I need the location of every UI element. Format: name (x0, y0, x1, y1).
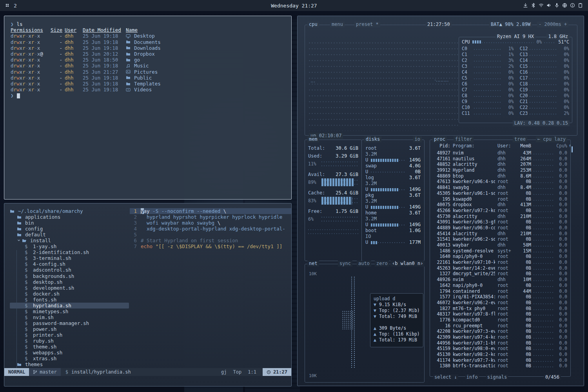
sort-direction-icon[interactable]: ↑ (568, 143, 571, 148)
proc-row[interactable]: 40013waybardhh58M0.0 (433, 242, 567, 248)
tree-item-2-identification.sh[interactable]: $2-identification.sh (10, 249, 130, 255)
tree-item-install[interactable]: install (10, 238, 130, 243)
net-sync-toggle[interactable]: sync (338, 261, 352, 267)
info-icon[interactable] (570, 3, 575, 8)
proc-row[interactable]: 1776kcompactd0root0B0.0 (433, 317, 567, 323)
proc-row[interactable]: 48852alacrittydhh207M0.0 (433, 162, 567, 167)
pid-header[interactable]: Pid: (433, 143, 450, 149)
tree-item-themes[interactable]: themes (10, 361, 130, 367)
proc-row[interactable]: 45130kworker/u98:2-kcroot0B0.0 (433, 352, 567, 358)
proc-row[interactable]: 1486systemd-resolvesyst+15M0.0 (433, 248, 567, 254)
sort-mode[interactable]: ← cpu lazy (536, 136, 567, 142)
workspace-indicator[interactable]: 2 (14, 3, 17, 9)
info-hint[interactable]: info (465, 374, 479, 380)
io-toggle[interactable]: io (413, 136, 422, 142)
net-interface[interactable]: ‹b wlan0 n› (390, 261, 425, 267)
tree-item-theme.sh[interactable]: $theme.sh (10, 344, 130, 350)
proc-header[interactable]: Pid: Program: User: MemB Cpu% (433, 143, 567, 149)
cpu-header[interactable]: Cpu% (556, 143, 567, 149)
filter-button[interactable]: filter (454, 136, 474, 142)
tree-item-3-terminal.sh[interactable]: $3-terminal.sh (10, 255, 130, 261)
proc-row[interactable]: 22161kworker/u97:10-kroot0B0.0 (433, 260, 567, 265)
proc-row[interactable]: 42208kworker/u97:3-evroot0B0.0 (433, 328, 567, 334)
proc-row[interactable]: 45305kworker/u96:1-sdroot0B0.0 (433, 191, 567, 196)
preset-button[interactable]: preset * (354, 22, 380, 27)
proc-row[interactable]: 43091kworker/u96:3-gfroot0B0.0 (433, 219, 567, 225)
proc-row[interactable]: 44956kworker/u97:1-btroot0B0.0 (433, 340, 567, 346)
tree-item-1-yay.sh[interactable]: $1-yay.sh (10, 243, 130, 249)
code-line[interactable]: 7echo "[[ -z \$DISPLAY && \$(tty) == /de… (130, 243, 291, 249)
tree-item-printer.sh[interactable]: $printer.sh (10, 332, 130, 338)
terminal-cursor[interactable] (17, 93, 20, 98)
disks-box-title[interactable]: disks (364, 136, 381, 142)
program-header[interactable]: Program: (453, 143, 495, 149)
tree-item-hyprlandia.sh[interactable]: $hyprlandia.sh (10, 303, 129, 309)
code-line[interactable]: 3 wofi waybar mako swaybg \ (130, 220, 291, 226)
tree-item-4-config.sh[interactable]: $4-config.sh (10, 261, 130, 267)
proc-row[interactable]: 41174kworker/u97:7-kvroot0B0.0 (433, 358, 567, 363)
microphone-icon[interactable] (554, 3, 560, 8)
proc-row[interactable]: 48317kworker/u97:8-flroot0B0.0 (433, 311, 567, 317)
proc-row[interactable]: 45414alacrittydhh210M0.0 (433, 231, 567, 237)
bluetooth-icon[interactable] (531, 3, 536, 8)
tree-item-adscontrol.sh[interactable]: $adscontrol.sh (10, 267, 130, 273)
proc-row[interactable]: 1827mt76-tx phy0root0B0.0 (433, 306, 567, 312)
tree-item-backgrounds.sh[interactable]: $backgrounds.sh (10, 273, 130, 279)
signals-hint[interactable]: signals (486, 374, 508, 380)
clipboard-icon[interactable] (578, 3, 583, 8)
proc-box-title[interactable]: proc (432, 136, 447, 142)
proc-row[interactable]: 1577irq/81-PIXA3854:root0B0.0 (433, 294, 567, 300)
update-interval-control[interactable]: - 2000ms + (537, 22, 568, 27)
menu-button[interactable]: menu (330, 22, 345, 27)
proc-row[interactable]: 45159kworker/u98:0-evroot0B0.0 (433, 346, 567, 352)
proc-row[interactable]: 1327dmcrypt_write/25root0B0.0 (433, 271, 567, 277)
git-branch[interactable]: master (29, 368, 60, 376)
net-auto-toggle[interactable]: auto (357, 261, 371, 267)
proc-row[interactable]: 48927nvimdhh43M0.0 (433, 150, 567, 156)
proc-row[interactable]: 40075dropboxdhh413M0.0 (433, 202, 567, 208)
tree-item-nvim.sh[interactable]: $nvim.sh (10, 314, 130, 320)
proc-row[interactable]: 1380btrfs-transactioroot0B0.0 (433, 363, 567, 369)
download-icon[interactable] (523, 3, 528, 8)
proc-row[interactable]: 47613kworker/u96:4-sdroot0B0.0 (433, 179, 567, 185)
tree-item-docker.sh[interactable]: $docker.sh (10, 291, 130, 297)
tree-item-config[interactable]: config (10, 226, 130, 232)
code-line[interactable]: 4 xdg-desktop-portal-hyprland xdg-deskto… (130, 226, 291, 232)
wifi-icon[interactable] (539, 3, 544, 8)
tree-root[interactable]: ~/.local/share/omarchy (10, 208, 130, 214)
user-header[interactable]: User: (497, 143, 514, 149)
tree-toggle[interactable]: tree (513, 136, 527, 142)
code-line[interactable]: 5 (130, 232, 291, 238)
proc-row[interactable]: 46072kworker/u96:2-evroot0B0.0 (433, 300, 567, 306)
proc-row[interactable]: 1642napi/phy0-0root0B0.0 (433, 283, 567, 289)
volume-icon[interactable] (546, 3, 552, 8)
tree-item-mimetypes.sh[interactable]: $mimetypes.sh (10, 309, 130, 314)
tree-item-ruby.sh[interactable]: $ruby.sh (10, 338, 130, 344)
proc-row[interactable]: 45263kworker/14:2-everoot0B0.0 (433, 265, 567, 271)
proc-row[interactable]: 48926nvimdhh10M0.0 (433, 277, 567, 283)
terminal-prompt-line[interactable]: ❯ (11, 93, 285, 98)
cpu-box-title[interactable]: cpu (307, 22, 319, 27)
proc-row[interactable]: 45266kworker/u97:2-kcroot0B0.0 (433, 208, 567, 214)
proc-row[interactable]: 31541kworker/u96:2-sdroot0B0.0 (433, 236, 567, 242)
proc-row[interactable]: 44889kworker/u96:0-coroot0B0.0 (433, 225, 567, 231)
net-box-title[interactable]: net (307, 261, 319, 267)
code-line[interactable]: 1yay -S --noconfirm --needed \ (130, 208, 291, 214)
tree-item-xtras.sh[interactable]: $xtras.sh (10, 356, 130, 361)
proc-row[interactable]: 48869btopdhh8.6M0.0 (433, 173, 567, 179)
code-line[interactable]: 6# Start Hyprland on first session (130, 238, 291, 243)
mem-header[interactable]: MemB (516, 143, 531, 149)
proc-row[interactable]: 45730alacrittydhh210M0.0 (433, 214, 567, 220)
proc-row[interactable]: 48841swaybgdhh8.4M0.0 (433, 185, 567, 191)
tree-item-applications[interactable]: applications (10, 214, 130, 220)
tree-item-bin[interactable]: bin (10, 220, 130, 226)
launcher-icon[interactable] (5, 3, 10, 8)
tree-item-fonts.sh[interactable]: $fonts.sh (10, 297, 130, 303)
tree-item-default[interactable]: default (10, 232, 130, 238)
net-zero-toggle[interactable]: zero (375, 261, 389, 267)
proc-row[interactable]: 1794containerdroot44M0.0 (433, 289, 567, 294)
proc-row[interactable]: 195kswapd0root0B0.0 (433, 196, 567, 202)
select-hint[interactable]: select ↓ (433, 374, 458, 380)
tree-item-power.sh[interactable]: $power.sh (10, 326, 130, 332)
tree-item-password-manager.sh[interactable]: $password-manager.sh (10, 320, 130, 326)
